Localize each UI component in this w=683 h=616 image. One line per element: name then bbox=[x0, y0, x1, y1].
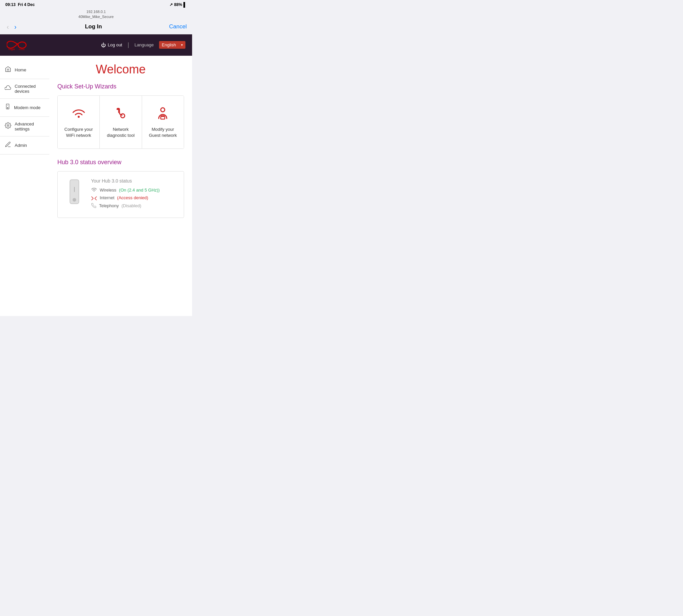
wifi-icon bbox=[71, 106, 87, 122]
wireless-icon bbox=[91, 188, 97, 193]
internet-value: (Access denied) bbox=[117, 195, 148, 200]
power-icon: ⏻ bbox=[101, 42, 106, 48]
sidebar: Home Connected devices Modem mode bbox=[0, 56, 49, 316]
battery-icon: ▌ bbox=[183, 2, 187, 7]
welcome-title: Welcome bbox=[58, 62, 184, 76]
svg-point-5 bbox=[7, 125, 9, 127]
language-label: Language bbox=[134, 42, 154, 47]
sidebar-item-advanced-settings[interactable]: Advanced settings bbox=[0, 117, 49, 136]
hub-status-box: Your Hub 3.0 status Wireless (On (2.4 an… bbox=[58, 171, 184, 218]
telephony-label: Telephony bbox=[99, 203, 119, 208]
back-button[interactable]: ‹ bbox=[5, 23, 10, 31]
sidebar-item-connected-devices[interactable]: Connected devices bbox=[0, 79, 49, 99]
diagnostic-icon bbox=[113, 106, 129, 122]
settings-icon bbox=[5, 122, 12, 130]
telephony-value: (Disabled) bbox=[121, 203, 141, 208]
header-right: ⏻ Log out | Language English French Germ… bbox=[101, 41, 185, 49]
header-divider: | bbox=[128, 41, 129, 48]
svg-text:media: media bbox=[19, 48, 25, 50]
logo-area: Virgin media bbox=[7, 38, 30, 52]
sidebar-home-label: Home bbox=[15, 67, 26, 72]
internet-icon bbox=[91, 196, 97, 200]
nav-bar: ‹ › Log In Cancel bbox=[0, 21, 192, 35]
wireless-label: Wireless bbox=[100, 188, 116, 193]
nav-title: Log In bbox=[85, 23, 102, 30]
virgin-media-logo: Virgin media bbox=[7, 38, 30, 52]
hub-status-row-telephony: Telephony (Disabled) bbox=[91, 203, 177, 208]
nav-arrows: ‹ › bbox=[5, 23, 18, 31]
admin-icon bbox=[5, 141, 12, 150]
status-battery: ↗ 88% ▌ bbox=[169, 2, 187, 7]
url-bar: 192.168.0.1 40Mike_Mike_Secure bbox=[0, 9, 192, 21]
svg-point-3 bbox=[7, 107, 8, 108]
sidebar-admin-label: Admin bbox=[15, 143, 27, 148]
main-content: Welcome Quick Set-Up Wizards Configure y… bbox=[49, 56, 192, 316]
wizard-wifi-label: Configure your WiFi network bbox=[63, 127, 94, 138]
wizard-guest-label: Modify your Guest network bbox=[147, 127, 178, 138]
sidebar-item-admin[interactable]: Admin bbox=[0, 136, 49, 154]
router-icon bbox=[64, 178, 84, 208]
svg-point-6 bbox=[121, 114, 125, 118]
modem-icon bbox=[5, 104, 11, 112]
language-select[interactable]: English French German Spanish bbox=[159, 41, 185, 49]
quick-setup-title: Quick Set-Up Wizards bbox=[58, 83, 184, 90]
svg-text:Virgin: Virgin bbox=[8, 48, 15, 51]
internet-label: Internet bbox=[100, 195, 114, 200]
hub-status-info: Your Hub 3.0 status Wireless (On (2.4 an… bbox=[91, 178, 177, 211]
home-icon bbox=[5, 66, 12, 74]
hub-status-subtitle: Your Hub 3.0 status bbox=[91, 178, 177, 183]
main-layout: Home Connected devices Modem mode bbox=[0, 56, 192, 316]
wireless-value: (On (2.4 and 5 GHz)) bbox=[119, 188, 160, 193]
svg-point-9 bbox=[161, 108, 165, 112]
hub-status-title: Hub 3.0 status overview bbox=[58, 159, 184, 166]
language-wrapper[interactable]: English French German Spanish bbox=[159, 41, 185, 49]
hub-device-icon bbox=[64, 178, 84, 210]
forward-button[interactable]: › bbox=[13, 23, 18, 31]
logout-button[interactable]: ⏻ Log out bbox=[101, 42, 122, 48]
phone-icon bbox=[91, 203, 96, 208]
status-time-date: 09:13 Fri 4 Dec bbox=[5, 2, 35, 7]
cloud-icon bbox=[5, 84, 12, 93]
wizard-card-diagnostic[interactable]: Network diagnostic tool bbox=[100, 96, 142, 149]
status-bar: 09:13 Fri 4 Dec ↗ 88% ▌ bbox=[0, 0, 192, 9]
sidebar-modem-mode-label: Modem mode bbox=[14, 105, 40, 110]
hub-status-inner: Your Hub 3.0 status Wireless (On (2.4 an… bbox=[64, 178, 177, 211]
wizard-diagnostic-label: Network diagnostic tool bbox=[105, 127, 136, 138]
hub-status-row-wireless: Wireless (On (2.4 and 5 GHz)) bbox=[91, 188, 177, 193]
svg-point-8 bbox=[118, 108, 119, 110]
wizard-card-guest[interactable]: Modify your Guest network bbox=[142, 96, 184, 149]
guest-icon bbox=[155, 106, 171, 122]
sidebar-connected-devices-label: Connected devices bbox=[15, 84, 45, 94]
url-ssid: 40Mike_Mike_Secure bbox=[0, 14, 192, 19]
wizard-cards: Configure your WiFi network Network diag… bbox=[58, 95, 184, 149]
sidebar-item-home[interactable]: Home bbox=[0, 59, 49, 79]
sidebar-item-modem-mode[interactable]: Modem mode bbox=[0, 99, 49, 117]
header-bar: Virgin media ⏻ Log out | Language Englis… bbox=[0, 35, 192, 56]
sidebar-advanced-settings-label: Advanced settings bbox=[15, 122, 45, 131]
wizard-card-wifi[interactable]: Configure your WiFi network bbox=[58, 96, 100, 149]
hub-status-row-internet: Internet (Access denied) bbox=[91, 195, 177, 200]
url-ip: 192.168.0.1 bbox=[0, 9, 192, 14]
cancel-button[interactable]: Cancel bbox=[169, 23, 187, 30]
svg-point-12 bbox=[73, 198, 76, 202]
